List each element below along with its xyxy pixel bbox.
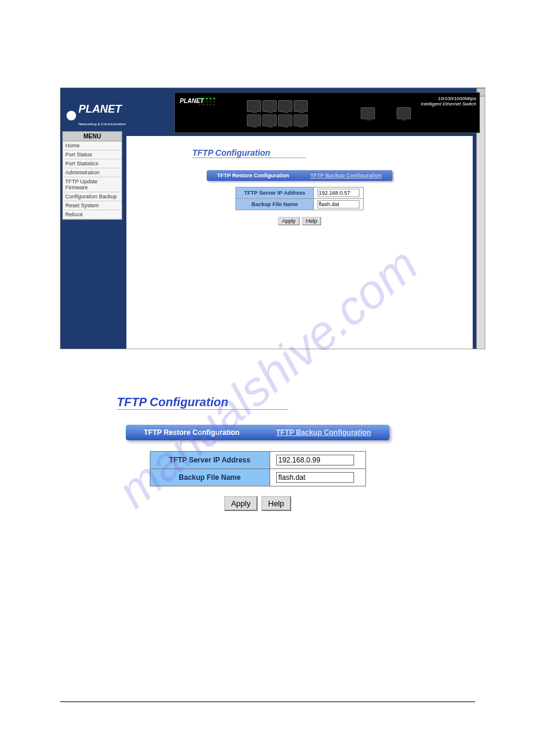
detail-row-filename: Backup File Name [150,469,365,486]
detail-input-ip[interactable] [276,455,354,465]
detail-button-row: Apply Help [117,496,398,511]
label-ip: TFTP Server IP Address [236,188,314,199]
sidebar-menu: MENU Home Port Status Port Statistics Ad… [62,131,122,220]
detail-help-button[interactable]: Help [261,496,292,511]
globe-icon [67,111,76,120]
rj45-port-icon [262,100,277,112]
tab-bar: TFTP Restore Configuration TFTP Backup C… [207,170,392,181]
logo-brand: PLANET [78,103,122,115]
detail-tab-backup[interactable]: TFTP Backup Configuration [258,425,389,440]
detail-input-filename[interactable] [276,472,354,483]
tab-backup[interactable]: TFTP Backup Configuration [300,170,392,181]
sidebar-logo: PLANET Networking & Communication [67,103,126,128]
banner-speed-text: 10/100/1000Mbps [421,96,477,101]
menu-item-configuration-backup[interactable]: Configuration Backup [63,192,122,201]
menu-item-reset-system[interactable]: Reset System [63,201,122,210]
menu-item-reboot[interactable]: Reboot [63,210,122,219]
figure-detail: TFTP Configuration TFTP Restore Configur… [117,395,398,511]
led-panel [199,98,215,105]
detail-tab-bar: TFTP Restore Configuration TFTP Backup C… [126,425,389,440]
rj45-port-icon [247,114,261,126]
banner-model-text: 10/100/1000Mbps Intelligent Ethernet Swi… [421,96,477,107]
row-filename: Backup File Name [236,199,364,210]
rj45-port-icon [247,100,261,112]
input-filename[interactable] [318,200,359,208]
rj45-port-icon [278,114,292,126]
screenshot-1: PLANET [60,87,485,349]
rj45-port-icon [294,100,308,112]
menu-item-administration[interactable]: Administration [63,168,122,177]
menu-item-port-statistics[interactable]: Port Statistics [63,159,122,168]
apply-button[interactable]: Apply [278,217,300,225]
content-area: TFTP Configuration TFTP Restore Configur… [126,136,473,349]
device-banner: PLANET [174,92,480,133]
banner-desc-text: Intelligent Ethernet Switch [421,101,477,107]
config-form: TFTP Server IP Address Backup File Name [235,187,364,210]
logo-tagline: Networking & Communication [78,122,126,126]
rj45-port-icon [397,107,411,119]
detail-row-ip: TFTP Server IP Address [150,452,365,469]
detail-label-filename: Backup File Name [150,469,270,486]
rj45-port-icon [278,100,292,112]
detail-tab-restore[interactable]: TFTP Restore Configuration [126,425,258,440]
row-ip: TFTP Server IP Address [236,188,364,199]
menu-item-home[interactable]: Home [63,141,122,150]
label-filename: Backup File Name [236,199,314,210]
rj45-port-icon [361,107,375,119]
rj45-port-icon [262,114,277,126]
footer-divider [60,701,475,702]
detail-apply-button[interactable]: Apply [224,496,258,511]
detail-label-ip: TFTP Server IP Address [150,452,270,469]
menu-header: MENU [63,132,122,141]
detail-config-form: TFTP Server IP Address Backup File Name [150,451,366,486]
detail-title: TFTP Configuration [117,395,288,410]
page-title: TFTP Configuration [192,148,306,158]
help-button[interactable]: Help [302,217,322,225]
rj45-port-icon [294,114,308,126]
menu-item-port-status[interactable]: Port Status [63,150,122,159]
input-ip[interactable] [318,189,359,197]
button-row: Apply Help [207,216,392,225]
menu-item-tftp-update-firmware[interactable]: TFTP Update Firmware [63,177,122,192]
tab-restore[interactable]: TFTP Restore Configuration [207,170,300,181]
